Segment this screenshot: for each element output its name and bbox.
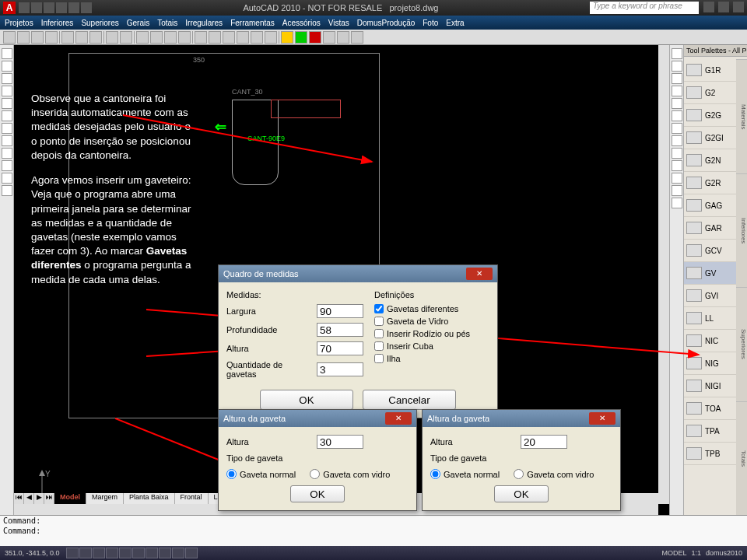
tab-plantabaixa[interactable]: Planta Baixa [124,493,175,504]
chk-cuba[interactable] [374,341,384,351]
close-icon[interactable] [733,2,744,12]
dialog-close-icon[interactable]: ✕ [385,412,412,425]
polar-toggle[interactable] [106,548,118,558]
palette-item-g2[interactable]: G2 [684,82,736,104]
palette-item-gvi[interactable]: GVI [684,285,736,307]
palette-item-g2gi[interactable]: G2GI [684,127,736,149]
tb-cut-icon[interactable] [61,31,74,44]
palette-tab-materiais[interactable]: Materiais [736,59,747,173]
altura-input[interactable] [521,435,567,449]
ellipse-icon[interactable] [2,185,12,196]
cancel-button[interactable]: Cancelar [363,390,456,410]
model-space-label[interactable]: MODEL [661,549,686,557]
point-icon[interactable] [2,173,12,184]
qat-redo-icon[interactable] [81,2,92,13]
tab-nav-last-icon[interactable]: ⏭ [44,493,54,504]
tb-open-icon[interactable] [17,31,30,44]
dyn-toggle[interactable] [159,548,171,558]
help-search-input[interactable]: Type a keyword or phrase [590,2,699,14]
menu-vistas[interactable]: Vistas [328,19,349,27]
tb-misc2-icon[interactable] [295,31,307,44]
palette-item-g1r[interactable]: G1R [684,59,736,82]
tab-nav-first-icon[interactable]: ⏮ [14,493,24,504]
radio-gaveta-normal[interactable] [430,469,440,479]
ducs-toggle[interactable] [146,548,158,558]
menu-domusproducao[interactable]: DomusProdução [357,19,415,27]
table-icon[interactable] [2,160,12,171]
move-icon[interactable] [672,48,682,59]
offset-icon[interactable] [672,135,682,146]
tb-ssm-icon[interactable] [237,31,249,44]
hatch-icon[interactable] [2,110,12,121]
tab-nav-prev-icon[interactable]: ◀ [24,493,34,504]
osnap-toggle[interactable] [119,548,132,558]
workspace-label[interactable]: domus2010 [706,549,742,557]
menu-superiores[interactable]: Superiores [81,19,118,27]
menu-projetos[interactable]: Projetos [5,19,33,27]
ok-button[interactable]: OK [260,390,353,410]
minimize-icon[interactable] [703,2,714,12]
tab-margem[interactable]: Margem [86,493,124,504]
tab-frontal[interactable]: Frontal [175,493,209,504]
radio-gaveta-normal[interactable] [226,469,237,479]
palette-item-gar[interactable]: GAR [684,217,736,240]
tb-print-icon[interactable] [45,31,58,44]
menu-foto[interactable]: Foto [423,19,438,27]
fillet-icon[interactable] [672,123,682,134]
qat-open-icon[interactable] [31,2,42,13]
profundidade-input[interactable] [317,323,363,337]
menu-acessorios[interactable]: Acessórios [282,19,321,27]
copy-icon[interactable] [672,61,682,72]
anno-scale[interactable]: 1:1 [691,549,701,557]
palette-item-gag[interactable]: GAG [684,194,736,217]
trim-icon[interactable] [672,98,682,109]
tb-copy-icon[interactable] [75,31,88,44]
palette-item-g2r[interactable]: G2R [684,172,736,194]
chk-gaveta-vidro[interactable] [374,317,384,326]
ok-button[interactable]: OK [494,485,549,502]
lwt-toggle[interactable] [172,548,184,558]
app-logo[interactable]: A [3,2,16,14]
erase-icon[interactable] [672,198,682,208]
tb-pan-icon[interactable] [136,31,149,44]
tb-misc1-icon[interactable] [281,31,293,44]
arc-icon[interactable] [2,86,12,96]
tb-props-icon[interactable] [195,31,207,44]
scale-icon[interactable] [672,160,682,171]
tb-paste-icon[interactable] [89,31,102,44]
menu-extra[interactable]: Extra [446,19,464,27]
grid-toggle[interactable] [79,548,92,558]
rect-icon[interactable] [2,98,12,109]
tb-misc4-icon[interactable] [323,31,335,44]
menu-ferramentas[interactable]: Ferramentas [230,19,275,27]
radio-gaveta-vidro[interactable] [310,469,320,479]
palette-item-toa[interactable]: TOA [684,397,736,420]
qat-save-icon[interactable] [44,2,54,13]
tb-mark-icon[interactable] [251,31,263,44]
text-icon[interactable] [2,123,12,134]
tb-tpal-icon[interactable] [223,31,235,44]
extend-icon[interactable] [672,110,682,121]
qat-new-icon[interactable] [19,2,30,13]
tb-zoomwin-icon[interactable] [164,31,177,44]
tb-qcalc-icon[interactable] [265,31,277,44]
palette-item-tpb[interactable]: TPB [684,443,736,465]
ok-button[interactable]: OK [290,485,345,502]
vertical-scrollbar[interactable] [658,45,669,504]
tb-zoom-icon[interactable] [150,31,163,44]
tb-save-icon[interactable] [31,31,44,44]
tab-model[interactable]: Model [54,493,86,504]
palette-item-gcv[interactable]: GCV [684,240,736,262]
command-prompt[interactable]: Command: [3,527,744,537]
largura-input[interactable] [317,304,363,318]
dialog-close-icon[interactable]: ✕ [589,412,615,425]
stretch-icon[interactable] [672,173,682,184]
tb-help-icon[interactable] [351,31,363,44]
chk-ilha[interactable] [374,354,384,363]
qat-print-icon[interactable] [56,2,67,13]
menu-gerais[interactable]: Gerais [127,19,149,27]
explode-icon[interactable] [672,185,682,196]
tab-nav-next-icon[interactable]: ▶ [34,493,44,504]
palette-item-nigi[interactable]: NIGI [684,375,736,397]
dialog-close-icon[interactable]: ✕ [466,268,493,280]
